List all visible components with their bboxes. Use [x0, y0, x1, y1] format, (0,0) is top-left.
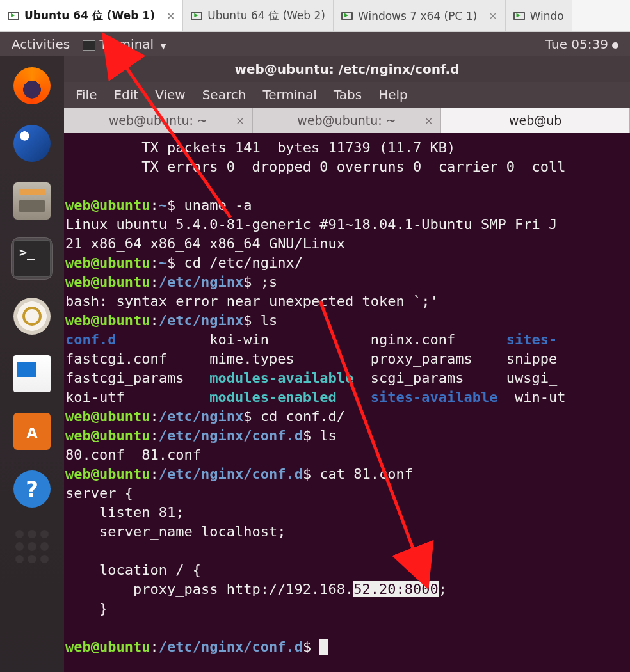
menu-file[interactable]: File: [76, 87, 97, 102]
vmware-tab-web1[interactable]: Ubuntu 64 位 (Web 1) ×: [0, 0, 183, 31]
ls-entry: proxy_params: [371, 351, 472, 367]
menu-tabs[interactable]: Tabs: [334, 87, 362, 102]
terminal-tab-label: web@ubuntu: ~: [297, 113, 396, 127]
terminal-tab-2[interactable]: web@ubuntu: ~ ×: [253, 108, 442, 133]
ls-entry: sites-: [506, 332, 557, 348]
terminal-cursor: [319, 639, 328, 655]
terminal-tab-bar: web@ubuntu: ~ × web@ubuntu: ~ × web@ub: [64, 108, 630, 133]
ls-entry: modules-available: [209, 370, 353, 386]
vmware-tab-web2[interactable]: Ubuntu 64 位 (Web 2): [183, 0, 334, 31]
terminal-small-icon: [83, 40, 95, 51]
terminal-tab-1[interactable]: web@ubuntu: ~ ×: [64, 108, 253, 133]
ls-entry: nginx.conf: [371, 332, 455, 348]
terminal-output[interactable]: TX packets 141 bytes 11739 (11.7 KB) TX …: [64, 133, 630, 672]
chevron-down-icon: ▼: [161, 42, 166, 51]
notification-dot-icon: [612, 42, 618, 49]
clock[interactable]: Tue 05:39: [545, 36, 618, 52]
ls-entry: koi-utf: [65, 389, 125, 405]
firefox-icon[interactable]: [12, 65, 52, 106]
window-title: web@ubuntu: /etc/nginx/conf.d: [64, 56, 630, 82]
desktop: ? web@ubuntu: /etc/nginx/conf.d File Edi…: [0, 56, 630, 672]
terminal-menubar: File Edit View Search Terminal Tabs Help: [64, 82, 630, 108]
close-icon[interactable]: ×: [236, 115, 244, 127]
ls-entry: sites-available: [371, 389, 498, 405]
activities-button[interactable]: Activities: [12, 36, 70, 52]
active-app-name: Terminal: [100, 36, 154, 52]
help-icon[interactable]: ?: [12, 468, 52, 509]
vmware-tab-bar: Ubuntu 64 位 (Web 1) × Ubuntu 64 位 (Web 2…: [0, 0, 630, 32]
ls-entry: fastcgi_params: [65, 370, 184, 386]
close-icon[interactable]: ×: [166, 10, 175, 22]
ls-entry: modules-enabled: [209, 389, 337, 405]
ls-entry: scgi_params: [371, 370, 464, 386]
rhythmbox-icon[interactable]: [12, 296, 52, 337]
terminal-app-icon[interactable]: [12, 238, 52, 279]
active-app-indicator[interactable]: Terminal ▼: [83, 36, 166, 52]
terminal-tab-label: web@ubuntu: ~: [109, 113, 207, 127]
gnome-top-bar: Activities Terminal ▼ Tue 05:39: [0, 32, 630, 56]
vmware-tab-label: Ubuntu 64 位 (Web 2): [207, 8, 325, 23]
menu-view[interactable]: View: [155, 87, 185, 102]
vmware-tab-label: Ubuntu 64 位 (Web 1): [24, 8, 155, 23]
menu-terminal[interactable]: Terminal: [262, 87, 317, 102]
close-icon[interactable]: ×: [424, 115, 433, 127]
files-icon[interactable]: [12, 180, 52, 221]
menu-help[interactable]: Help: [378, 87, 408, 102]
app-grid-icon[interactable]: [12, 526, 52, 567]
menu-search[interactable]: Search: [202, 87, 246, 102]
close-icon[interactable]: ×: [489, 10, 497, 22]
libreoffice-writer-icon[interactable]: [12, 353, 52, 394]
ls-entry: uwsgi_: [506, 370, 557, 386]
ubuntu-software-icon[interactable]: [12, 411, 52, 452]
thunderbird-icon[interactable]: [12, 123, 52, 164]
ls-entry: mime.types: [209, 351, 294, 367]
terminal-tab-3[interactable]: web@ub: [441, 108, 630, 133]
vmware-tab-truncated[interactable]: Windo: [506, 0, 572, 31]
ls-entry: fastcgi.conf: [65, 351, 167, 367]
terminal-window: web@ubuntu: /etc/nginx/conf.d File Edit …: [64, 56, 630, 672]
vmware-tab-label: Windows 7 x64 (PC 1): [358, 10, 477, 22]
vm-monitor-icon: [513, 12, 525, 20]
dock: ?: [0, 56, 64, 672]
vmware-tab-pc1[interactable]: Windows 7 x64 (PC 1) ×: [334, 0, 506, 31]
vm-monitor-icon: [8, 12, 19, 20]
vm-monitor-icon: [191, 12, 202, 20]
ls-entry: win-ut: [515, 389, 565, 405]
vmware-tab-label: Windo: [530, 10, 564, 22]
ls-entry: conf.d: [65, 332, 116, 348]
highlighted-text: 52.20:8000: [353, 581, 438, 597]
menu-edit[interactable]: Edit: [113, 87, 138, 102]
terminal-tab-label: web@ub: [509, 113, 561, 127]
ls-entry: koi-win: [209, 332, 269, 348]
ls-entry: snippe: [506, 351, 557, 367]
vm-monitor-icon: [341, 12, 353, 20]
